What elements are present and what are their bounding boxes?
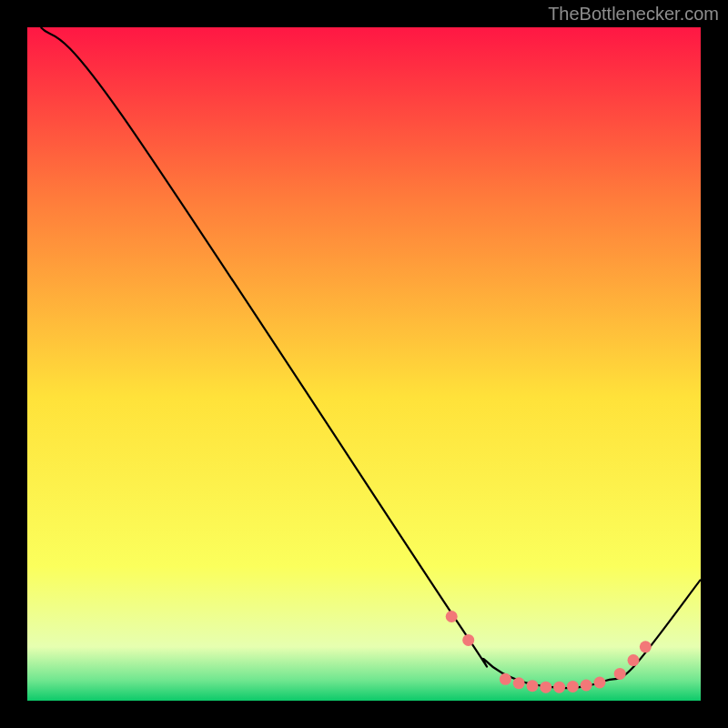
data-marker [446,611,458,622]
data-marker [581,679,592,691]
data-marker [594,677,606,689]
data-marker [462,634,474,646]
gradient-background [27,27,701,701]
chart-svg [27,27,701,701]
data-marker [553,682,565,693]
data-marker [614,668,626,680]
data-marker [628,654,640,666]
attribution-text: TheBottlenecker.com [548,4,719,25]
chart-container: TheBottlenecker.com [0,0,728,728]
data-marker [540,682,551,693]
data-marker [567,681,579,693]
data-marker [527,680,539,692]
plot-area [27,27,701,701]
data-marker [500,673,511,685]
data-marker [640,641,652,652]
data-marker [513,677,525,689]
